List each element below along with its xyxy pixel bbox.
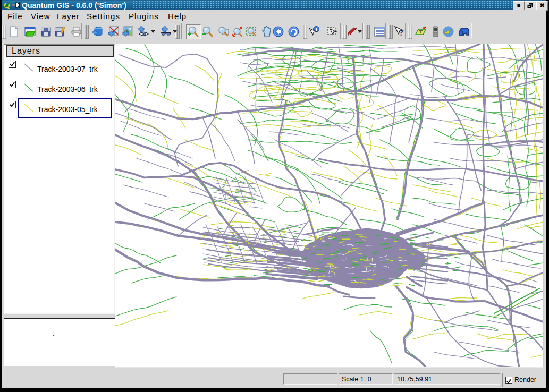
svg-text:?: ? <box>399 28 403 37</box>
